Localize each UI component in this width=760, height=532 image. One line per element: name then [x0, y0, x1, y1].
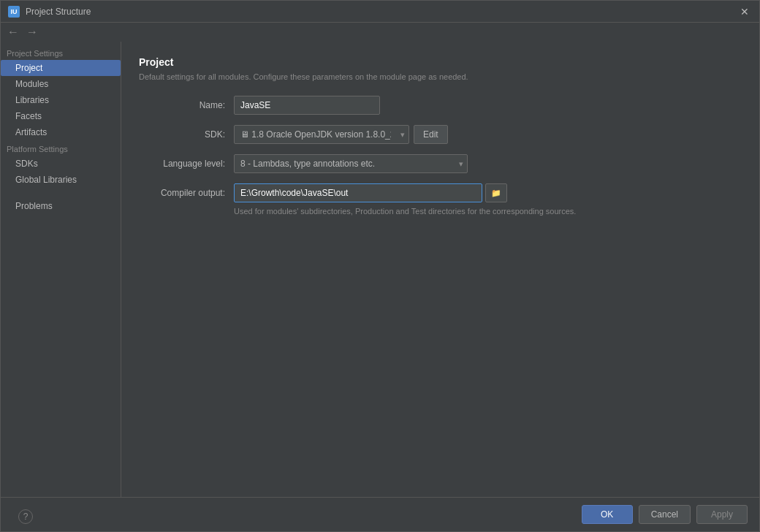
- apply-button[interactable]: Apply: [696, 505, 748, 524]
- back-button[interactable]: ←: [5, 26, 21, 39]
- platform-settings-section-label: Platform Settings: [1, 140, 121, 156]
- sdk-row: SDK: 🖥 1.8 Oracle OpenJDK version 1.8.0_…: [139, 125, 742, 144]
- dialog-title: Project Structure: [26, 7, 91, 17]
- bottom-bar: ? OK Cancel Apply: [1, 497, 759, 531]
- folder-icon: 📁: [491, 189, 501, 197]
- nav-arrows: ← →: [1, 23, 759, 42]
- section-desc: Default settings for all modules. Config…: [139, 72, 742, 81]
- sidebar-item-libraries[interactable]: Libraries: [1, 92, 121, 108]
- compiler-output-row: Compiler output: 📁: [139, 183, 742, 202]
- compiler-output-label: Compiler output:: [139, 188, 234, 198]
- main-content: Project Settings Project Modules Librari…: [1, 42, 759, 497]
- right-panel: Project Default settings for all modules…: [121, 42, 759, 497]
- language-level-row: Language level: 8 - Lambdas, type annota…: [139, 154, 742, 173]
- compiler-hint: Used for modules' subdirectories, Produc…: [234, 207, 742, 216]
- cancel-button[interactable]: Cancel: [639, 505, 691, 524]
- name-label: Name:: [139, 100, 234, 110]
- forward-button[interactable]: →: [24, 26, 40, 39]
- section-title: Project: [139, 56, 742, 68]
- sidebar-item-facets[interactable]: Facets: [1, 108, 121, 124]
- close-button[interactable]: ✕: [737, 7, 752, 17]
- name-input[interactable]: [234, 96, 380, 115]
- sdk-select-wrapper: 🖥 1.8 Oracle OpenJDK version 1.8.0_201: [234, 125, 409, 144]
- ok-button[interactable]: OK: [582, 505, 633, 524]
- sdk-label: SDK:: [139, 129, 234, 140]
- project-structure-dialog: IU Project Structure ✕ ← → Project Setti…: [0, 0, 760, 532]
- sdk-group: 🖥 1.8 Oracle OpenJDK version 1.8.0_201 E…: [234, 125, 448, 144]
- sidebar-item-artifacts[interactable]: Artifacts: [1, 124, 121, 140]
- sidebar-item-problems[interactable]: Problems: [1, 198, 121, 214]
- sidebar-item-modules[interactable]: Modules: [1, 76, 121, 92]
- question-icon: ?: [23, 512, 28, 522]
- language-level-select[interactable]: 8 - Lambdas, type annotations etc.: [234, 154, 468, 173]
- edit-sdk-button[interactable]: Edit: [414, 125, 448, 144]
- language-level-select-wrapper: 8 - Lambdas, type annotations etc.: [234, 154, 468, 173]
- sidebar-item-project[interactable]: Project: [1, 60, 121, 76]
- name-row: Name:: [139, 96, 742, 115]
- sdk-select[interactable]: 🖥 1.8 Oracle OpenJDK version 1.8.0_201: [234, 125, 409, 144]
- sidebar-item-global-libraries[interactable]: Global Libraries: [1, 172, 121, 188]
- project-settings-section-label: Project Settings: [1, 45, 121, 60]
- dialog-overlay: IU Project Structure ✕ ← → Project Setti…: [0, 0, 760, 532]
- title-bar-left: IU Project Structure: [8, 6, 91, 18]
- app-icon: IU: [8, 6, 20, 18]
- sidebar-item-sdks[interactable]: SDKs: [1, 156, 121, 172]
- help-button[interactable]: ?: [18, 509, 33, 524]
- title-bar: IU Project Structure ✕: [1, 1, 759, 23]
- compiler-output-input[interactable]: [234, 183, 482, 202]
- compiler-output-folder-button[interactable]: 📁: [485, 183, 507, 202]
- language-level-label: Language level:: [139, 159, 234, 169]
- sidebar: Project Settings Project Modules Librari…: [1, 42, 121, 497]
- compiler-output-group: 📁: [234, 183, 507, 202]
